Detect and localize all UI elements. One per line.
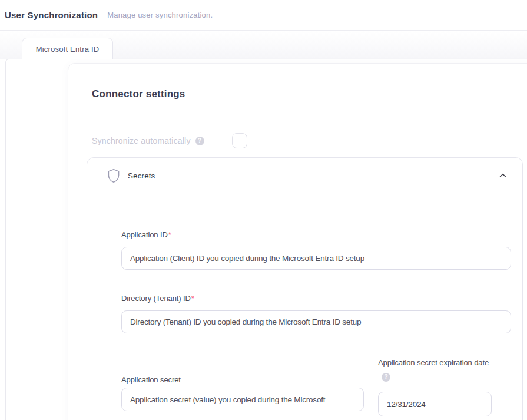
- page-header: User Synchronization Manage user synchro…: [0, 0, 527, 31]
- synchronize-automatically-row: Synchronize automatically ?: [92, 133, 247, 148]
- required-mark: *: [168, 230, 171, 239]
- connector-settings-card: Connector settings Synchronize automatic…: [68, 63, 527, 420]
- secrets-section: Secrets Application ID* Directory (Tenan…: [87, 157, 523, 420]
- tab-bar: Microsoft Entra ID: [0, 31, 527, 59]
- page-subtitle: Manage user synchronization.: [107, 11, 213, 19]
- application-id-label: Application ID*: [121, 229, 171, 241]
- tab-label: Microsoft Entra ID: [36, 45, 100, 54]
- shield-icon: [107, 168, 120, 183]
- expiration-date-label: Application secret expiration date?: [378, 357, 496, 382]
- chevron-up-icon[interactable]: [499, 171, 507, 180]
- user-synchronization-page: User Synchronization Manage user synchro…: [0, 0, 527, 420]
- tab-microsoft-entra-id[interactable]: Microsoft Entra ID: [22, 38, 113, 59]
- expiration-date-input[interactable]: [378, 392, 492, 416]
- synchronize-automatically-label: Synchronize automatically: [92, 136, 191, 145]
- connector-settings-title: Connector settings: [92, 88, 185, 100]
- help-icon[interactable]: ?: [195, 137, 204, 145]
- help-icon[interactable]: ?: [382, 373, 390, 382]
- application-secret-input[interactable]: [121, 388, 364, 411]
- required-mark: *: [191, 294, 194, 303]
- directory-tenant-id-label: Directory (Tenant) ID*: [121, 293, 194, 305]
- page-title: User Synchronization: [5, 10, 98, 20]
- synchronize-automatically-checkbox[interactable]: [232, 133, 247, 148]
- directory-tenant-id-input[interactable]: [121, 310, 511, 333]
- application-secret-label: Application secret: [121, 374, 181, 386]
- secrets-title: Secrets: [128, 171, 155, 180]
- secrets-accordion-header[interactable]: Secrets: [87, 158, 522, 193]
- application-id-input[interactable]: [121, 247, 511, 270]
